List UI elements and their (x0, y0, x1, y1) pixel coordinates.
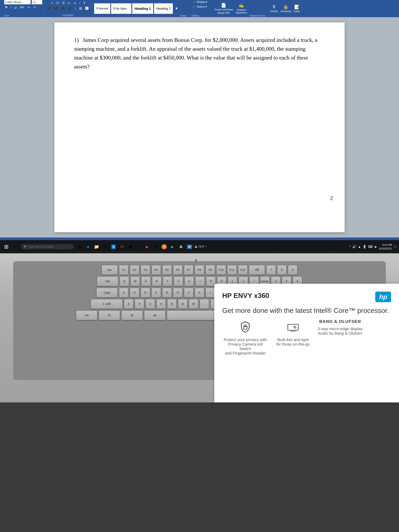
key-escape[interactable]: esc (102, 265, 118, 275)
key-u[interactable]: U (185, 277, 194, 286)
a-app-taskbar-icon[interactable]: A (177, 243, 185, 250)
shading-button[interactable]: ▨ (78, 6, 83, 11)
style-no-spac-button[interactable]: ¶ No Spac... (111, 3, 132, 14)
key-f6[interactable]: F6 (173, 265, 183, 275)
italic-button[interactable]: I (10, 5, 13, 9)
key-backspace[interactable]: ⌫ (249, 265, 265, 275)
justify-button[interactable]: ⬛ (67, 6, 72, 11)
key-t[interactable]: T (163, 277, 172, 286)
align-left-button[interactable]: ⬛ (47, 6, 52, 11)
select-button[interactable]: ⬚ Select ▾ (192, 5, 209, 9)
mic-taskbar-icon[interactable]: 🎙 (152, 243, 159, 250)
dictate-button[interactable]: 🎙 Dictate (271, 5, 278, 13)
key-c[interactable]: C (146, 299, 155, 309)
start-button[interactable]: ⊞ (3, 243, 10, 250)
key-m[interactable]: M (189, 299, 198, 309)
task-view-button[interactable]: ⧉ (76, 243, 83, 250)
key-f5[interactable]: F5 (162, 265, 172, 275)
key-y[interactable]: Y (174, 277, 183, 286)
key-f[interactable]: F (152, 288, 161, 298)
key-fn[interactable]: fn (99, 310, 120, 320)
key-x[interactable]: X (135, 299, 144, 309)
key-b[interactable]: B (167, 299, 177, 309)
key-l[interactable]: L (206, 288, 215, 298)
key-r[interactable]: R (152, 277, 161, 286)
explorer-taskbar-icon[interactable]: 📁 (93, 243, 100, 250)
indent-decrease-button[interactable]: ⇤ (67, 1, 71, 5)
bullets-button[interactable]: ≡ (50, 1, 54, 5)
volume-icon[interactable]: 🔊 (352, 245, 356, 249)
orange-app-taskbar-icon[interactable]: ● (160, 243, 168, 250)
indent-increase-button[interactable]: ⇥ (72, 1, 77, 5)
search-input[interactable] (28, 245, 70, 248)
key-f12[interactable]: F12 (238, 265, 247, 275)
search-button[interactable]: ○ (11, 243, 19, 250)
edge-taskbar-icon[interactable]: ● (84, 243, 92, 250)
key-a[interactable]: A (119, 288, 128, 298)
key-f11[interactable]: F11 (227, 265, 237, 275)
key-g[interactable]: G (162, 288, 172, 298)
key-v[interactable]: V (157, 299, 166, 309)
borders-button[interactable]: ⬜ (84, 6, 90, 11)
key-w[interactable]: W (131, 277, 140, 286)
s-app-taskbar-icon[interactable]: S (110, 243, 117, 250)
request-signatures-button[interactable]: ✍ Request Signatures (236, 3, 247, 14)
underline-button[interactable]: U (13, 5, 18, 9)
align-center-button[interactable]: ⬛ (53, 6, 59, 11)
key-f1[interactable]: F1 (119, 265, 128, 275)
replace-button[interactable]: ↔ Replace (192, 0, 209, 4)
mail-taskbar-icon[interactable]: ✉ (118, 243, 126, 250)
key-caps[interactable]: Caps (96, 288, 118, 298)
key-f2[interactable]: F2 (130, 265, 139, 275)
style-heading1-button[interactable]: Heading 1 (132, 3, 153, 14)
key-num9[interactable]: 9 (288, 265, 297, 275)
superscript-button[interactable]: x² (32, 5, 37, 9)
shield-taskbar-icon[interactable]: 🛡 (101, 243, 109, 250)
key-win[interactable]: ⊞ (121, 310, 143, 320)
key-s[interactable]: S (130, 288, 139, 298)
create-share-button[interactable]: 📄 Create and Share Adobe PDF (214, 3, 233, 14)
weather-widget[interactable]: 🌤 73°F ^ (194, 245, 207, 248)
font-size-input[interactable] (32, 0, 42, 4)
word-taskbar-icon[interactable]: W (186, 243, 193, 250)
align-right-button[interactable]: ⬛ (60, 6, 66, 11)
key-f8[interactable]: F8 (195, 265, 204, 275)
key-f9[interactable]: F9 (206, 265, 215, 275)
key-h[interactable]: H (173, 288, 183, 298)
taskbar-clock[interactable]: 4:42 PM 10/20/2021 (379, 243, 392, 250)
key-shift-left[interactable]: ⇧ shift (91, 299, 122, 309)
subscript-button[interactable]: x₂ (26, 5, 31, 9)
misc-icon[interactable]: ◈ (374, 245, 377, 249)
pilcrow-button[interactable]: ¶ (82, 1, 86, 5)
style-heading2-button[interactable]: Heading 2 (154, 3, 173, 14)
network-icon[interactable]: ▲ (358, 245, 361, 249)
numbering-button[interactable]: ⑴ (55, 0, 60, 6)
key-num7[interactable]: 7 (266, 265, 276, 275)
taskbar-search-bar[interactable]: 🔍 (21, 244, 74, 249)
tray-expand-icon[interactable]: ^ (349, 245, 351, 249)
key-comma[interactable]: , (200, 299, 209, 309)
key-i[interactable]: I (195, 277, 205, 286)
styles-dropdown-button[interactable]: ▼ (174, 6, 179, 11)
blue-app-taskbar-icon[interactable]: ▶ (169, 243, 176, 250)
key-alt[interactable]: alt (144, 310, 165, 320)
battery-icon[interactable]: 🔋 (363, 245, 367, 249)
music-taskbar-icon[interactable]: ♪ (135, 243, 142, 250)
key-q[interactable]: Q (120, 277, 129, 286)
key-f4[interactable]: F4 (152, 265, 161, 275)
key-k[interactable]: K (195, 288, 204, 298)
notification-icon[interactable]: □ (394, 245, 396, 249)
sensitivity-button[interactable]: 🔒 Sensitivity (280, 5, 291, 13)
document-content[interactable]: 1) James Corp acquired several assets fr… (74, 36, 325, 71)
key-o[interactable]: O (206, 277, 215, 286)
font-family-input[interactable] (4, 0, 31, 4)
multilevel-button[interactable]: ☰ (61, 1, 66, 5)
key-f3[interactable]: F3 (141, 265, 150, 275)
line-spacing-button[interactable]: ↕ (74, 6, 77, 11)
chrome-taskbar-icon[interactable]: ◉ (127, 243, 134, 250)
keyboard-icon[interactable]: ⌨ (368, 245, 373, 249)
key-f10[interactable]: F10 (216, 265, 226, 275)
key-num8[interactable]: 8 (277, 265, 286, 275)
style-normal-button[interactable]: ¶ Normal (94, 3, 110, 14)
key-z[interactable]: Z (124, 299, 133, 309)
